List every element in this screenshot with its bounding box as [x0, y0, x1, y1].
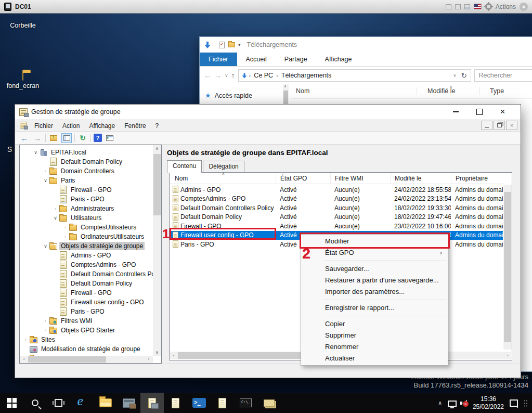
- scrollbar-thumb[interactable]: [153, 154, 161, 215]
- column-header-type[interactable]: Type: [479, 87, 504, 95]
- tab-delegation[interactable]: Délégation: [203, 161, 244, 172]
- tree-expander-collapsed-icon[interactable]: ›: [51, 206, 59, 211]
- scroll-left-icon[interactable]: ‹: [20, 357, 28, 362]
- taskbar-clock[interactable]: 15:36 25/02/2022: [473, 395, 504, 411]
- scroll-up-icon[interactable]: ∧: [153, 146, 161, 151]
- tree-expander-collapsed-icon[interactable]: ›: [22, 337, 30, 342]
- script-file-button[interactable]: [211, 393, 234, 413]
- ribbon-tab-fichier[interactable]: Fichier: [200, 53, 237, 66]
- tree-expander-collapsed-icon[interactable]: ›: [61, 234, 69, 239]
- menu-fenetre[interactable]: Fenêtre: [120, 121, 150, 131]
- sidebar-item-quick-access[interactable]: ★ Accès rapide: [205, 92, 252, 99]
- history-dropdown-icon[interactable]: ∨: [225, 73, 228, 78]
- server-manager-button[interactable]: [117, 393, 140, 413]
- properties-icon[interactable]: [219, 42, 225, 48]
- tree-item-comptesutilisateurs[interactable]: ›ComptesUtilisateurs: [20, 223, 153, 232]
- tree-item-firewall-gpo[interactable]: Firewall - GPO: [20, 288, 153, 298]
- menu-fichier[interactable]: Fichier: [30, 121, 58, 131]
- child-minimize-button[interactable]: [481, 121, 492, 130]
- column-header-modifie-le[interactable]: Modifié le: [417, 87, 456, 95]
- gpo-row-admins-gpo[interactable]: Admins - GPOActivéAucun(e)24/02/2022 18:…: [170, 185, 503, 195]
- tree-item-filtres-wmi[interactable]: ›Filtres WMI: [20, 316, 153, 326]
- powershell-button[interactable]: [187, 393, 211, 413]
- column-header-nom[interactable]: Nom∧: [170, 173, 276, 184]
- tree-horizontal-scrollbar[interactable]: ‹ ›: [20, 356, 153, 363]
- search-input[interactable]: [474, 69, 532, 82]
- keyboard-layout-flag-icon[interactable]: [474, 4, 482, 9]
- search-button[interactable]: [23, 393, 47, 413]
- ribbon-tab-partage[interactable]: Partage: [276, 53, 316, 66]
- vm-resize-icon[interactable]: [455, 4, 461, 9]
- volume-muted-icon[interactable]: [462, 400, 467, 406]
- vm-close-icon[interactable]: ×: [520, 3, 528, 11]
- menu-action[interactable]: Action: [58, 121, 84, 131]
- gpo-editor-button[interactable]: [164, 393, 187, 413]
- tree-item-administrateurs[interactable]: ›Administrateurs: [20, 204, 153, 213]
- context-menu-item-renommer[interactable]: Renommer: [301, 341, 448, 353]
- tree-item-objets-de-strategie-de-groupe[interactable]: ∨Objets de stratégie de groupe: [20, 241, 153, 251]
- context-menu-item-actualiser[interactable]: Actualiser: [301, 353, 448, 364]
- command-prompt-button[interactable]: [234, 393, 257, 413]
- context-menu-item-copier[interactable]: Copier: [301, 318, 448, 330]
- address-dropdown-icon[interactable]: ∨: [453, 73, 457, 78]
- breadcrumb-item-ce-pc[interactable]: Ce PC: [254, 72, 273, 79]
- network-icon[interactable]: [448, 401, 457, 407]
- menu-item[interactable]: ?: [151, 121, 164, 131]
- tree-item-paris-gpo[interactable]: Paris - GPO: [20, 307, 153, 316]
- tree-expander-collapsed-icon[interactable]: ›: [61, 225, 69, 230]
- tree-item-domain-controllers[interactable]: ›Domain Controllers: [20, 166, 153, 176]
- task-view-button[interactable]: [47, 393, 70, 413]
- vm-thumbnail-icon[interactable]: [446, 4, 451, 9]
- tree-item-default-domain-policy[interactable]: Default Domain Policy: [20, 157, 153, 166]
- tree-item-objets-gpo-starter[interactable]: ›Objets GPO Starter: [20, 326, 153, 335]
- hidden-icons-chevron-icon[interactable]: ∧: [438, 400, 442, 406]
- back-icon[interactable]: ←: [19, 133, 30, 143]
- tree-item-sites[interactable]: ›Sites: [20, 335, 153, 344]
- show-console-tree-icon[interactable]: [61, 133, 72, 143]
- table-vertical-scrollbar[interactable]: [503, 185, 512, 350]
- breadcrumb-item-telechargements[interactable]: Téléchargements: [281, 72, 332, 79]
- ribbon-tab-accueil[interactable]: Accueil: [237, 53, 276, 66]
- tree-item-modelisation-de-strategie-de-groupe[interactable]: Modélisation de stratégie de groupe: [20, 344, 153, 354]
- column-header-filtre-wmi[interactable]: Filtre WMI: [330, 173, 390, 184]
- tree-item-firewall-gpo[interactable]: Firewall - GPO: [20, 185, 153, 195]
- tree-expander-expanded-icon[interactable]: ∨: [42, 178, 49, 183]
- context-menu-item-enregistrer-le-rapport[interactable]: Enregistrer le rapport...: [301, 302, 448, 314]
- help-icon[interactable]: ?: [94, 134, 102, 142]
- scrollbar-thumb[interactable]: [28, 356, 106, 363]
- column-header-etat-gpo[interactable]: État GPO: [276, 173, 330, 184]
- tree-item-paris[interactable]: ∨Paris: [20, 176, 153, 185]
- tree-item-default-domain-policy[interactable]: Default Domain Policy: [20, 279, 153, 288]
- refresh-icon[interactable]: ↻: [461, 72, 467, 80]
- tree-expander-expanded-icon[interactable]: ∨: [32, 150, 40, 155]
- tree-item-admins-gpo[interactable]: Admins - GPO: [20, 251, 153, 260]
- tree-item-comptesadmins-gpo[interactable]: ComptesAdmins - GPO: [20, 260, 153, 269]
- tree-vertical-scrollbar[interactable]: ∧ ∨: [153, 145, 161, 356]
- new-folder-icon[interactable]: [228, 42, 235, 47]
- actions-button[interactable]: Actions: [496, 3, 516, 10]
- tree-item-paris-gpo[interactable]: Paris - GPO: [20, 195, 153, 204]
- start-button[interactable]: [0, 393, 23, 413]
- scroll-down-icon[interactable]: ∨: [153, 350, 161, 355]
- up-button[interactable]: ↑: [231, 71, 235, 80]
- context-menu-item-supprimer[interactable]: Supprimer: [301, 330, 448, 341]
- minimize-button[interactable]: [444, 105, 468, 119]
- group-policy-management-button[interactable]: [140, 393, 164, 413]
- context-menu-item-restaurer-a-partir-d-une-sauvegarde[interactable]: Restaurer à partir d'une sauvegarde...: [301, 275, 448, 286]
- desktop-icon-fond-ecran[interactable]: fond_ecran: [4, 73, 42, 89]
- context-menu-item-sauvegarder[interactable]: Sauvegarder...: [301, 263, 448, 275]
- tree-expander-collapsed-icon[interactable]: ›: [42, 169, 49, 174]
- settings-gear-icon[interactable]: [485, 3, 492, 10]
- menu-affichage[interactable]: Affichage: [84, 121, 120, 131]
- column-header-proprietaire[interactable]: Propriétaire: [451, 173, 503, 184]
- scroll-right-icon[interactable]: ›: [504, 353, 511, 358]
- child-restore-button[interactable]: [494, 121, 505, 130]
- scroll-left-icon[interactable]: ‹: [170, 353, 177, 358]
- column-header-modifie-le[interactable]: Modifié le: [390, 173, 451, 184]
- context-menu-item-importer-des-parametres[interactable]: Importer des paramètres...: [301, 286, 448, 298]
- tree-expander-collapsed-icon[interactable]: ›: [42, 328, 49, 333]
- tree-item-firewall-user-config-gpo[interactable]: Firewall user config - GPO: [20, 298, 153, 307]
- back-button[interactable]: ←: [204, 71, 211, 80]
- export-list-icon[interactable]: [105, 133, 115, 143]
- file-explorer-button[interactable]: [94, 393, 117, 413]
